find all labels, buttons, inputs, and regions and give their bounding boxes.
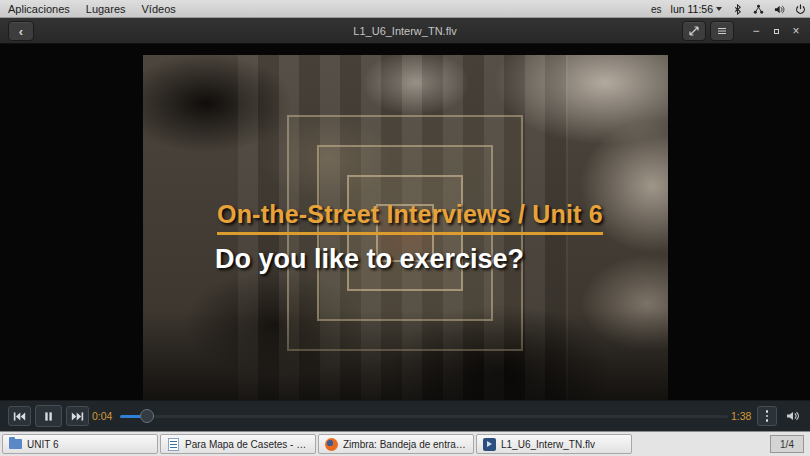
writer-document-icon [166,437,180,451]
restore-button[interactable] [766,21,786,41]
elapsed-time: 0:04 [92,410,112,422]
close-button[interactable]: × [786,21,806,41]
player-titlebar: ‹ L1_U6_Interw_TN.flv − × [0,18,810,44]
taskbar-window-unit6[interactable]: UNIT 6 [2,434,158,454]
power-icon[interactable] [794,3,806,15]
video-file-icon [482,437,496,451]
video-subtitle-text: Do you like to exercise? [215,244,524,275]
taskbar-window-firefox[interactable]: Zimbra: Bandeja de entrada (6) - Mo... [318,434,474,454]
pause-button[interactable] [35,405,62,427]
previous-button[interactable] [8,406,31,426]
back-button[interactable]: ‹ [8,21,34,41]
video-title-text: On-the-Street Interviews / Unit 6 [217,200,603,235]
volume-icon[interactable] [773,3,785,15]
video-frame[interactable]: On-the-Street Interviews / Unit 6 Do you… [143,55,668,400]
taskbar-window-label: Para Mapa de Casetes - LibreOffice ... [185,439,310,450]
bluetooth-icon[interactable] [731,3,743,15]
seek-handle[interactable] [140,409,154,423]
minimize-button[interactable]: − [746,21,766,41]
top-panel: Aplicaciones Lugares Vídeos es lun 11:56 [0,0,810,18]
playback-controls: 0:04 1:38 [0,400,810,431]
volume-button[interactable] [783,406,803,426]
clock-label: lun 11:56 [671,3,713,15]
menu-videos[interactable]: Vídeos [134,0,184,17]
hamburger-menu-button[interactable] [710,21,734,41]
clock[interactable]: lun 11:56 [671,3,722,15]
taskbar-window-video[interactable]: L1_U6_Interw_TN.flv [476,434,632,454]
taskbar-window-label: UNIT 6 [27,439,59,450]
taskbar-window-libreoffice[interactable]: Para Mapa de Casetes - LibreOffice ... [160,434,316,454]
playlist-menu-button[interactable] [757,406,777,426]
taskbar-window-label: Zimbra: Bandeja de entrada (6) - Mo... [343,439,468,450]
network-icon[interactable] [752,3,764,15]
taskbar: UNIT 6 Para Mapa de Casetes - LibreOffic… [0,431,810,456]
seek-bar[interactable] [120,415,728,418]
video-vignette [143,310,668,400]
menu-aplicaciones[interactable]: Aplicaciones [0,0,78,17]
next-button[interactable] [66,406,89,426]
duration-time: 1:38 [731,410,751,422]
desktop: Aplicaciones Lugares Vídeos es lun 11:56 [0,0,810,456]
taskbar-window-label: L1_U6_Interw_TN.flv [501,439,595,450]
workspace-switcher[interactable]: 1/4 [770,435,804,453]
restore-icon [774,29,779,34]
chevron-down-icon [716,7,722,11]
kebab-icon [766,410,769,422]
folder-icon [8,437,22,451]
fullscreen-button[interactable] [682,21,706,41]
firefox-icon [324,437,338,451]
keyboard-layout-indicator[interactable]: es [651,4,662,15]
menu-lugares[interactable]: Lugares [78,0,134,17]
player-stage: On-the-Street Interviews / Unit 6 Do you… [0,44,810,431]
